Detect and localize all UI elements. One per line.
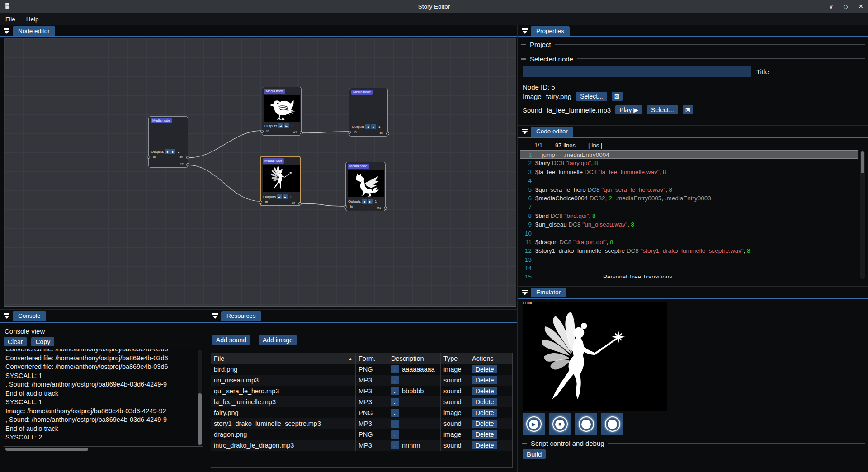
clear-button[interactable]: Clear <box>4 337 27 346</box>
build-button[interactable]: Build <box>523 449 546 459</box>
delete-button[interactable]: Delete <box>472 409 497 417</box>
increase-outputs-button[interactable]: ▶ <box>283 194 288 199</box>
edit-description-button[interactable]: .. <box>391 376 399 384</box>
table-row[interactable]: la_fee_luminelle.mp3MP3..soundDelete <box>211 396 512 407</box>
maximize-button[interactable]: ◇ <box>843 0 848 13</box>
delete-button[interactable]: Delete <box>472 365 497 373</box>
column-header-type[interactable]: Type <box>441 353 469 364</box>
minimize-button[interactable]: ∨ <box>829 0 833 13</box>
collapse-icon[interactable] <box>4 28 10 34</box>
table-row[interactable]: qui_sera_le_hero.mp3MP3..bbbbbbsoundDele… <box>211 386 512 396</box>
edit-description-button[interactable]: .. <box>391 387 399 395</box>
stop-button[interactable]: ■ <box>549 413 571 435</box>
code-vertical-scrollbar[interactable] <box>860 150 865 279</box>
delete-button[interactable]: Delete <box>472 420 497 428</box>
delete-button[interactable]: Delete <box>472 441 497 449</box>
collapse-icon[interactable] <box>212 313 218 319</box>
menu-file[interactable]: File <box>0 14 21 24</box>
decrease-outputs-button[interactable]: ◀ <box>278 123 283 128</box>
title-input[interactable] <box>523 66 751 77</box>
increase-outputs-button[interactable]: ▶ <box>170 149 175 154</box>
table-row[interactable]: bird.pngPNG..aaaaaaaaaimageDelete <box>211 364 512 375</box>
column-header-actions[interactable]: Actions <box>469 353 507 364</box>
scrollbar-thumb[interactable] <box>198 393 202 445</box>
scrollbar-thumb[interactable] <box>861 151 864 173</box>
back-button[interactable]: ← <box>575 413 597 435</box>
increase-outputs-button[interactable]: ▶ <box>368 199 373 204</box>
input-port[interactable] <box>260 130 264 133</box>
input-port[interactable] <box>147 156 150 159</box>
edit-description-button[interactable]: .. <box>391 409 399 417</box>
edit-description-button[interactable]: .. <box>391 398 399 406</box>
sound-select-button[interactable]: Select... <box>647 105 678 114</box>
image-select-button[interactable]: Select... <box>576 92 607 101</box>
node-fairy[interactable]: Media nodeOutputs◀▶1In#1 <box>260 156 301 206</box>
tab-properties[interactable]: Properties <box>531 26 570 36</box>
table-row[interactable]: story1_drako_luminelle_sceptre.mp3MP3..s… <box>211 418 512 429</box>
node-dragon[interactable]: Media nodeOutputs◀▶1In#1 <box>345 162 386 211</box>
increase-outputs-button[interactable]: ▶ <box>371 124 376 129</box>
node-bird[interactable]: Media nodeOutputs◀▶1In#1 <box>262 87 302 136</box>
sound-play-button[interactable]: Play ▶ <box>615 105 642 114</box>
input-port[interactable] <box>348 131 351 134</box>
add-image-button[interactable]: Add image <box>259 335 297 345</box>
output-port[interactable] <box>300 131 303 134</box>
collapse-icon[interactable] <box>522 28 528 34</box>
output-port[interactable] <box>384 207 387 210</box>
console-resources-splitter[interactable] <box>208 310 208 472</box>
edit-description-button[interactable]: .. <box>391 365 399 373</box>
properties-code-splitter[interactable] <box>518 125 868 126</box>
output-port[interactable] <box>186 163 189 166</box>
column-header-file[interactable]: File▲ <box>211 353 356 364</box>
node-choice[interactable]: Media nodeOutputs◀▶1In#1 <box>349 88 388 137</box>
column-header-form[interactable]: Form. <box>356 353 388 364</box>
delete-button[interactable]: Delete <box>472 398 497 406</box>
delete-button[interactable]: Delete <box>472 376 497 384</box>
close-button[interactable]: ✕ <box>858 0 863 13</box>
add-sound-button[interactable]: Add sound <box>212 335 250 345</box>
table-row[interactable]: un_oiseau.mp3MP3..soundDelete <box>211 375 512 386</box>
forward-button[interactable]: → <box>601 413 623 435</box>
play-button[interactable]: ▶ <box>523 413 545 435</box>
edit-description-button[interactable]: .. <box>391 430 399 439</box>
scrollbar-thumb[interactable] <box>5 448 88 451</box>
decrease-outputs-button[interactable]: ◀ <box>165 149 170 154</box>
output-port[interactable] <box>298 202 302 205</box>
collapse-icon[interactable] <box>4 313 10 319</box>
node-canvas[interactable]: Media nodeOutputs◀▶2In#1#2Media nodeOutp… <box>4 38 516 307</box>
console-horizontal-scrollbar[interactable] <box>4 447 203 451</box>
delete-button[interactable]: Delete <box>472 387 497 395</box>
collapse-icon[interactable] <box>522 290 528 296</box>
tab-node-editor[interactable]: Node editor <box>13 26 55 36</box>
console-vertical-scrollbar[interactable] <box>198 350 202 446</box>
code-area[interactable]: 1→jump····.mediaEntry00042$fairy DC8 "fa… <box>520 150 858 278</box>
input-port[interactable] <box>259 201 262 204</box>
sound-clear-button[interactable]: ⊠ <box>683 105 693 114</box>
console-log[interactable]: Convertered file: /home/anthony/ostproj/… <box>4 349 203 447</box>
tab-emulator[interactable]: Emulator <box>531 288 566 297</box>
tab-code-editor[interactable]: Code editor <box>531 127 573 137</box>
code-emulator-splitter[interactable] <box>518 286 868 287</box>
table-row[interactable]: dragon.pngPNG..imageDelete <box>211 429 512 440</box>
output-port[interactable] <box>186 156 189 159</box>
decrease-outputs-button[interactable]: ◀ <box>277 194 282 199</box>
menu-help[interactable]: Help <box>21 14 44 24</box>
vertical-splitter[interactable] <box>517 25 518 472</box>
output-port[interactable] <box>386 132 389 135</box>
input-port[interactable] <box>344 205 347 208</box>
collapse-icon[interactable] <box>522 129 528 135</box>
tab-resources[interactable]: Resources <box>221 311 261 321</box>
table-row[interactable]: fairy.pngPNG..imageDelete <box>211 407 512 418</box>
increase-outputs-button[interactable]: ▶ <box>284 123 289 128</box>
column-header-description[interactable]: Description <box>388 353 441 364</box>
image-clear-button[interactable]: ⊠ <box>612 92 623 101</box>
decrease-outputs-button[interactable]: ◀ <box>362 199 367 204</box>
decrease-outputs-button[interactable]: ◀ <box>365 124 370 129</box>
edit-description-button[interactable]: .. <box>391 441 399 449</box>
node-start[interactable]: Media nodeOutputs◀▶2In#1#2 <box>148 116 188 168</box>
table-row[interactable]: intro_drako_le_dragon.mp3MP3..nnnnnsound… <box>211 440 512 451</box>
horizontal-splitter[interactable] <box>0 309 518 310</box>
edit-description-button[interactable]: .. <box>391 420 399 428</box>
delete-button[interactable]: Delete <box>472 430 497 439</box>
tab-console[interactable]: Console <box>13 311 46 321</box>
